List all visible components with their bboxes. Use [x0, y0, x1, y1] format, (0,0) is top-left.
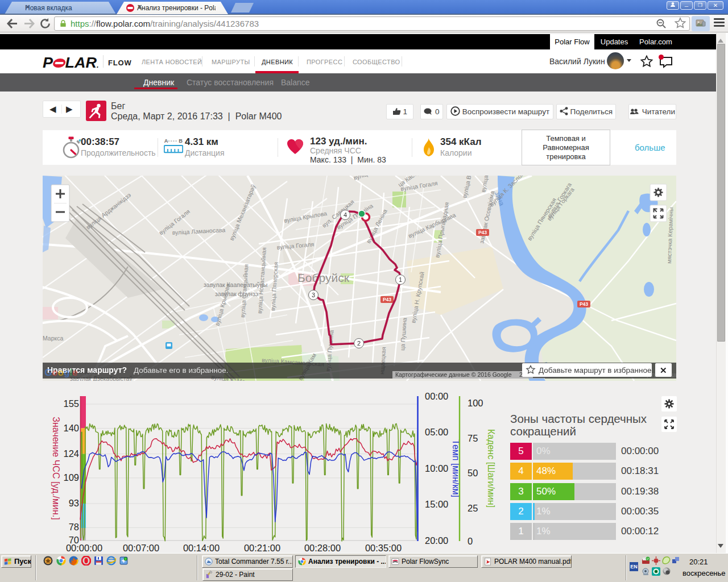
svg-text:Google: Google [44, 367, 78, 378]
svg-text:00:00: 00:00 [425, 391, 448, 401]
svg-text:✕: ✕ [660, 365, 667, 375]
svg-text:50: 50 [468, 468, 478, 478]
svg-text:155: 155 [63, 398, 79, 409]
svg-text:124: 124 [63, 448, 79, 459]
svg-text:0: 0 [468, 536, 473, 546]
svg-text:1: 1 [399, 276, 402, 283]
svg-text:Значение ЧСС [уд./мин.]: Значение ЧСС [уд./мин.] [51, 417, 61, 519]
svg-text:Бобруйск: Бобруйск [297, 271, 350, 284]
svg-text:P43: P43 [383, 297, 391, 302]
svg-text:25: 25 [468, 503, 478, 513]
svg-text:15:00: 15:00 [425, 499, 448, 509]
svg-text:10:00: 10:00 [425, 463, 448, 473]
svg-text:100: 100 [468, 398, 483, 408]
svg-text:A: A [164, 138, 168, 144]
svg-text:20:00: 20:00 [425, 535, 448, 546]
svg-text:P43: P43 [580, 301, 588, 307]
svg-text:00:35:00: 00:35:00 [365, 543, 402, 553]
svg-text:Добавьте его в избранное.: Добавьте его в избранное. [134, 366, 229, 375]
svg-text:B: B [179, 138, 183, 144]
svg-text:00:21:00: 00:21:00 [244, 543, 280, 553]
svg-text:Добавьте маршрут в избранное: Добавьте маршрут в избранное [539, 366, 652, 375]
svg-text:78: 78 [69, 522, 79, 532]
svg-text:00:28:00: 00:28:00 [304, 543, 341, 553]
svg-text:140: 140 [63, 423, 79, 433]
svg-text:3: 3 [312, 292, 315, 298]
svg-text:109: 109 [63, 472, 79, 483]
svg-text:75: 75 [468, 433, 478, 443]
svg-text:93: 93 [69, 498, 79, 508]
svg-text:00:07:00: 00:07:00 [123, 543, 159, 553]
svg-text:Маркса: Маркса [43, 335, 64, 342]
svg-text:Каденс [Шаги/мин]: Каденс [Шаги/мин] [486, 429, 496, 508]
svg-text:05:00: 05:00 [425, 427, 448, 437]
svg-text:Картографические данные © 2016: Картографические данные © 2016 Google [395, 371, 512, 378]
svg-text:4: 4 [344, 211, 347, 218]
svg-text:00:00:00: 00:00:00 [66, 543, 102, 553]
svg-text:00:14:00: 00:14:00 [183, 543, 220, 553]
svg-text:P43: P43 [478, 230, 487, 235]
svg-text:2: 2 [357, 340, 361, 347]
